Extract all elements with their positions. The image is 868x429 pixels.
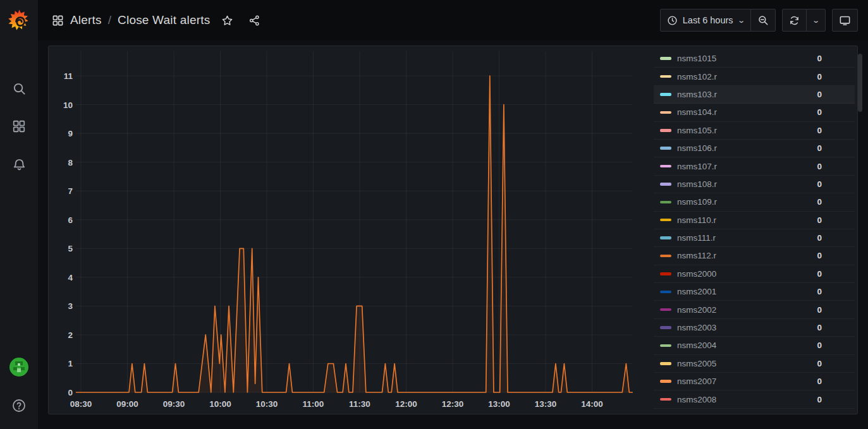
y-axis-tick-label: 8 bbox=[68, 158, 73, 167]
legend-series-value: 0 bbox=[817, 251, 822, 260]
legend-series-value: 0 bbox=[817, 377, 822, 386]
breadcrumb-section[interactable]: Alerts bbox=[70, 13, 102, 27]
legend-series-label[interactable]: nsms107.r bbox=[677, 162, 717, 171]
x-axis-tick-label: 13:00 bbox=[488, 399, 510, 409]
legend-row[interactable]: nsms20080 bbox=[654, 390, 855, 408]
kiosk-group bbox=[832, 9, 858, 32]
share-dashboard-button[interactable] bbox=[248, 15, 260, 27]
y-axis-tick-label: 1 bbox=[68, 359, 73, 368]
legend-series-value: 0 bbox=[817, 162, 822, 171]
time-range-picker[interactable]: Last 6 hours ⌄ bbox=[661, 9, 750, 31]
legend-series-label[interactable]: nsms104.r bbox=[677, 107, 717, 117]
legend-series-value: 0 bbox=[817, 143, 822, 153]
legend-series-label[interactable]: nsms112.r bbox=[677, 251, 716, 260]
tv-kiosk-icon bbox=[839, 15, 851, 27]
legend-series-label[interactable]: nsms2001 bbox=[677, 287, 716, 296]
legend-row[interactable]: nsms20020 bbox=[654, 301, 855, 318]
sidebar-search-button[interactable] bbox=[0, 75, 38, 102]
star-dashboard-button[interactable] bbox=[221, 15, 233, 27]
grafana-flame-icon bbox=[8, 8, 31, 32]
legend-series-label[interactable]: nsms2005 bbox=[677, 359, 716, 368]
legend-series-label[interactable]: nsms2003 bbox=[677, 323, 716, 332]
legend-series-swatch bbox=[660, 93, 671, 96]
legend-series-label[interactable]: nsms102.r bbox=[677, 72, 717, 82]
x-axis-tick-label: 08:30 bbox=[70, 399, 92, 409]
y-axis-tick-label: 9 bbox=[68, 129, 73, 138]
legend-row[interactable]: nsms105.r0 bbox=[654, 122, 855, 140]
tv-kiosk-button[interactable] bbox=[833, 9, 857, 31]
legend-row[interactable]: nsms20070 bbox=[654, 373, 855, 390]
legend-series-label[interactable]: nsms109.r bbox=[677, 197, 717, 207]
user-avatar[interactable] bbox=[9, 358, 28, 377]
legend-row[interactable]: nsms10150 bbox=[654, 50, 855, 68]
legend-row[interactable]: nsms103.r0 bbox=[654, 86, 855, 104]
grafana-logo[interactable] bbox=[8, 8, 31, 32]
legend-series-label[interactable]: nsms2004 bbox=[677, 341, 716, 350]
x-axis-tick-label: 13:30 bbox=[535, 399, 557, 409]
legend-row[interactable]: nsms20000 bbox=[654, 265, 855, 283]
legend-row[interactable]: nsms111.r0 bbox=[654, 229, 855, 247]
legend-series-swatch bbox=[660, 398, 671, 401]
legend-series-label[interactable]: nsms2007 bbox=[677, 377, 716, 386]
legend-row[interactable]: nsms109.r0 bbox=[654, 193, 855, 211]
legend-series-swatch bbox=[660, 165, 671, 168]
x-axis-tick-label: 12:00 bbox=[395, 399, 417, 409]
dashboards-grid-icon bbox=[12, 119, 26, 133]
legend-row[interactable]: nsms107.r0 bbox=[654, 157, 855, 175]
legend-row[interactable]: nsms104.r0 bbox=[654, 104, 855, 121]
sidebar-dashboards-button[interactable] bbox=[0, 112, 38, 140]
legend-row[interactable]: nsms102.r0 bbox=[654, 68, 855, 85]
legend-series-label[interactable]: nsms2000 bbox=[677, 269, 716, 279]
alerting-bell-icon bbox=[12, 157, 27, 172]
star-icon bbox=[221, 15, 233, 27]
legend-series-value: 0 bbox=[817, 126, 822, 135]
y-axis-tick-label: 11 bbox=[64, 71, 73, 81]
legend-row[interactable]: nsms108.r0 bbox=[654, 176, 855, 193]
zoom-out-button[interactable] bbox=[750, 9, 775, 31]
legend-series-swatch bbox=[660, 308, 671, 311]
legend-series-value: 0 bbox=[817, 233, 822, 243]
x-axis-tick-label: 11:00 bbox=[303, 399, 324, 409]
legend-row[interactable]: nsms20050 bbox=[654, 355, 855, 373]
legend-series-label[interactable]: nsms111.r bbox=[677, 233, 716, 243]
legend-row[interactable]: nsms20010 bbox=[654, 283, 855, 301]
refresh-interval-dropdown[interactable]: ⌄ bbox=[806, 9, 825, 31]
legend-series-swatch bbox=[660, 344, 671, 347]
series-line bbox=[76, 76, 633, 392]
legend-series-value: 0 bbox=[817, 72, 822, 82]
legend-row[interactable]: nsms20040 bbox=[654, 337, 855, 354]
legend-series-label[interactable]: nsms2008 bbox=[677, 395, 716, 404]
legend-series-label[interactable]: nsms1015 bbox=[677, 54, 716, 63]
legend-series-label[interactable]: nsms2002 bbox=[677, 305, 716, 315]
legend-row[interactable]: nsms20030 bbox=[654, 319, 855, 337]
legend-series-value: 0 bbox=[817, 215, 822, 225]
legend-series-label[interactable]: nsms105.r bbox=[677, 126, 717, 135]
timeseries-panel: 0123456789101108:3009:0009:3010:0010:301… bbox=[48, 45, 858, 414]
sidebar-help-button[interactable] bbox=[0, 392, 38, 420]
legend-series-swatch bbox=[660, 75, 671, 78]
avatar-image bbox=[9, 358, 28, 377]
y-axis-tick-label: 7 bbox=[68, 186, 73, 196]
legend-row[interactable]: nsms112.r0 bbox=[654, 247, 855, 265]
y-axis-tick-label: 2 bbox=[68, 330, 73, 340]
refresh-button[interactable] bbox=[783, 9, 806, 31]
legend-scrollbar[interactable] bbox=[858, 54, 862, 112]
legend-series-value: 0 bbox=[817, 54, 822, 63]
y-axis-tick-label: 5 bbox=[68, 244, 73, 253]
close-wait-chart[interactable]: 0123456789101108:3009:0009:3010:0010:301… bbox=[49, 46, 690, 414]
legend-series-value: 0 bbox=[817, 395, 822, 404]
legend-series-label[interactable]: nsms110.r bbox=[677, 215, 716, 225]
legend-series-label[interactable]: nsms106.r bbox=[677, 143, 717, 153]
legend-series-label[interactable]: nsms103.r bbox=[677, 90, 717, 99]
legend-series-swatch bbox=[660, 183, 671, 186]
sidebar-alerting-button[interactable] bbox=[0, 150, 38, 178]
sidebar bbox=[0, 0, 38, 429]
legend-row[interactable]: nsms106.r0 bbox=[654, 140, 855, 157]
legend-row[interactable]: nsms110.r0 bbox=[654, 212, 855, 229]
y-axis-tick-label: 4 bbox=[68, 273, 73, 282]
legend-series-value: 0 bbox=[817, 287, 822, 296]
legend-series-label[interactable]: nsms108.r bbox=[677, 179, 717, 189]
legend-series-swatch bbox=[660, 291, 671, 294]
x-axis-tick-label: 10:30 bbox=[256, 399, 278, 409]
legend-series-swatch bbox=[660, 201, 671, 204]
